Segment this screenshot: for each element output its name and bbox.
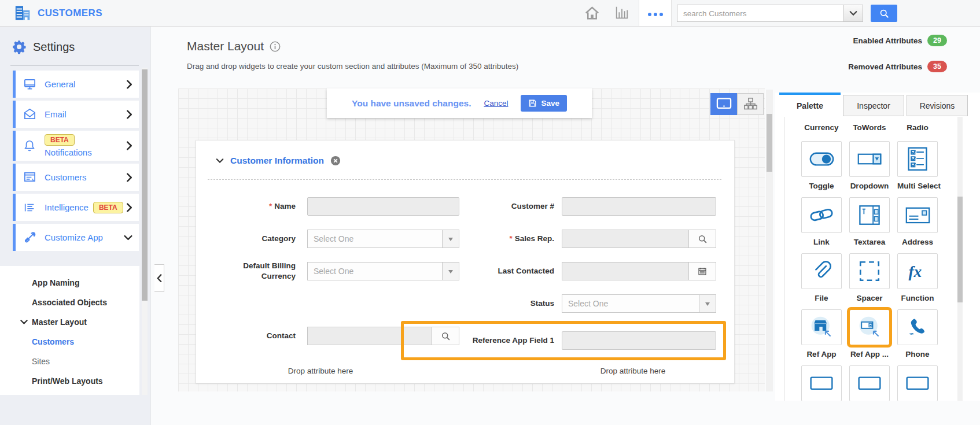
text-input[interactable]: [307, 197, 459, 216]
select-input[interactable]: Select One: [562, 294, 716, 313]
chevron-down-icon[interactable]: [216, 158, 224, 164]
drop-zone[interactable]: Drop attribute here: [228, 367, 413, 375]
submenu-item[interactable]: Print/Web Layouts: [0, 371, 139, 391]
global-search: [677, 5, 863, 22]
search-submit-button[interactable]: [871, 5, 897, 22]
view-toggle: [710, 93, 764, 115]
dropdown-widget-icon: [857, 153, 882, 165]
ellipsis-icon: [647, 8, 664, 19]
chevron-down-icon[interactable]: [699, 295, 716, 312]
widget-tile-label: Textarea: [849, 238, 890, 247]
beta-badge: BETA: [93, 202, 123, 213]
form-field: [208, 294, 459, 313]
palette-partial-labels: Currency ToWords Radio: [801, 123, 957, 132]
palette-scrollbar[interactable]: [957, 117, 963, 401]
sidebar-collapse-handle[interactable]: [154, 264, 164, 292]
select-input[interactable]: Select One: [307, 262, 459, 280]
widget-tile-label: Address: [897, 238, 938, 247]
widget-tile-label: Toggle: [801, 182, 842, 191]
top-header: CUSTOMERS: [0, 0, 980, 27]
reports-button[interactable]: [609, 0, 635, 26]
widget-tile[interactable]: Phone: [897, 309, 938, 359]
tree-view-button[interactable]: [737, 93, 764, 115]
text-input[interactable]: [562, 262, 688, 280]
calendar-button[interactable]: [688, 262, 716, 280]
widget-tile-label: Radio: [907, 123, 929, 132]
sidebar-item[interactable]: BETA Notifications: [13, 131, 139, 161]
widget-tile[interactable]: File: [801, 253, 842, 303]
home-button[interactable]: [579, 0, 605, 26]
submenu-item[interactable]: Sites: [0, 352, 139, 371]
form-field: Last Contacted: [456, 262, 726, 280]
panel-tab[interactable]: Palette: [779, 93, 841, 116]
bell-icon: [23, 139, 37, 152]
function-icon: fx: [905, 261, 930, 282]
widget-tile[interactable]: Ref App: [801, 309, 842, 359]
text-input[interactable]: [562, 230, 688, 248]
field-label: Name: [274, 202, 296, 210]
search-lookup-button[interactable]: [688, 230, 716, 248]
submenu-item[interactable]: Master Layout: [0, 312, 139, 332]
enabled-attributes-row[interactable]: Enabled Attributes 29: [853, 35, 947, 46]
save-button[interactable]: Save: [521, 95, 567, 112]
widget-tile[interactable]: [897, 365, 938, 401]
chevron-left-icon: [157, 274, 162, 282]
beta-badge: BETA: [45, 134, 75, 146]
submenu-item[interactable]: Customers: [0, 332, 139, 352]
customize-app-submenu: App Naming Associated Objects Master Lay…: [0, 266, 139, 395]
widget-tile[interactable]: [801, 365, 842, 401]
submenu-item[interactable]: Associated Objects: [0, 293, 139, 312]
layout-canvas: You have unsaved changes. Cancel Save Cu…: [178, 88, 765, 391]
widget-tile[interactable]: Toggle: [801, 141, 842, 191]
widget-tile[interactable]: Ref App ...: [849, 309, 890, 359]
search-icon: [879, 9, 889, 19]
widget-tile-label: File: [801, 294, 842, 303]
submenu-item-label: Customers: [32, 337, 74, 346]
more-apps-button[interactable]: [639, 0, 672, 26]
field-label: Default Billing Currency: [243, 261, 296, 280]
panel-tab[interactable]: Inspector: [843, 95, 904, 116]
sidebar-item-label: Customize App: [45, 232, 103, 242]
document-icon: [23, 171, 37, 184]
widget-tile[interactable]: Spacer: [849, 253, 890, 303]
sidebar-item[interactable]: Email: [13, 101, 139, 128]
settings-header: Settings: [12, 39, 75, 54]
widget-tile[interactable]: fx Function: [897, 253, 938, 303]
widget-tile-label: ToWords: [853, 123, 886, 132]
submenu-item[interactable]: List Layouts: [0, 391, 139, 395]
search-scope-dropdown[interactable]: [844, 5, 863, 22]
calendar-icon: [698, 267, 707, 276]
submenu-item[interactable]: App Naming: [0, 273, 139, 293]
widget-tile[interactable]: Dropdown: [849, 141, 890, 191]
desktop-view-button[interactable]: [710, 93, 737, 115]
panel-tab[interactable]: Revisions: [907, 95, 968, 116]
search-input[interactable]: [677, 5, 844, 22]
widget-tile[interactable]: [849, 365, 890, 401]
panel-tab-label: Palette: [797, 101, 823, 110]
widget-tile[interactable]: Multi Select: [897, 141, 938, 191]
sidebar-item[interactable]: General: [13, 71, 139, 98]
drop-zone[interactable]: Drop attribute here: [535, 367, 731, 375]
floppy-disk-icon: [528, 99, 537, 108]
canvas-scrollbar[interactable]: [766, 90, 773, 391]
text-input[interactable]: [562, 197, 716, 216]
removed-attributes-row[interactable]: Removed Attributes 35: [848, 61, 947, 72]
text-input[interactable]: [562, 331, 716, 350]
select-input[interactable]: Select One: [307, 230, 459, 248]
palette-grid: Currency ToWords Radio Toggle: [784, 117, 957, 401]
select-placeholder: Select One: [308, 230, 442, 247]
submenu-item-label: Master Layout: [32, 317, 87, 327]
widget-tile[interactable]: Textarea: [849, 197, 890, 247]
widget-tile[interactable]: Link: [801, 197, 842, 247]
app-logo: CUSTOMERS: [14, 5, 102, 21]
info-icon[interactable]: [270, 41, 281, 52]
sidebar-scrollbar[interactable]: [142, 68, 148, 395]
sidebar-item[interactable]: Customize App: [13, 224, 139, 251]
remove-section-icon[interactable]: [330, 156, 341, 166]
monitor-icon: [23, 77, 37, 91]
cancel-link[interactable]: Cancel: [484, 99, 508, 108]
sidebar-item[interactable]: Intelligence BETA: [13, 194, 139, 221]
home-icon: [584, 6, 600, 20]
sidebar-item[interactable]: Customers: [13, 164, 139, 191]
widget-tile[interactable]: Address: [897, 197, 938, 247]
